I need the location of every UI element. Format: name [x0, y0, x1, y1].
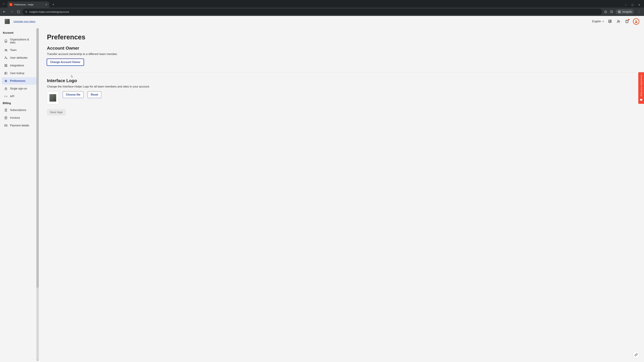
sliders-icon [4, 79, 8, 83]
sidebar-item-sso[interactable]: Single sign-on [2, 85, 37, 92]
svg-rect-18 [5, 40, 7, 42]
svg-point-12 [618, 20, 619, 21]
address-bar[interactable]: insights.hotjar.com/settings/account [22, 9, 602, 15]
credit-card-icon [4, 124, 8, 127]
logo-preview [47, 91, 59, 104]
tab-title: Preferences - Hotjar [14, 3, 44, 6]
sidebar-item-payment-details[interactable]: Payment details [2, 122, 37, 129]
sidebar-item-api[interactable]: API [2, 93, 37, 100]
sidebar-item-label: Preferences [10, 79, 26, 82]
svg-point-16 [627, 22, 627, 22]
svg-point-24 [5, 49, 6, 50]
receipt-icon [4, 108, 8, 112]
choose-file-button[interactable]: Choose file [63, 91, 84, 98]
sidebar-item-integrations[interactable]: Integrations [2, 62, 37, 69]
extensions-icon[interactable] [608, 19, 612, 24]
language-selector[interactable]: English ▼ [592, 20, 604, 23]
svg-point-27 [6, 58, 7, 59]
site-settings-icon[interactable] [25, 10, 28, 13]
sidebar-item-label: Organizations & sites [10, 38, 35, 44]
change-account-owner-button[interactable]: Change Account Owner [47, 59, 84, 65]
chevron-down-icon: ▼ [602, 20, 604, 22]
sidebar-item-label: Subscriptions [10, 109, 26, 112]
sidebar-item-user-attributes[interactable]: User attributes [2, 54, 37, 61]
nav-reload-button[interactable] [16, 9, 22, 15]
svg-point-39 [5, 81, 6, 82]
hotjar-favicon: h [10, 3, 12, 6]
sidebar-item-label: Payment details [10, 124, 29, 127]
sidebar-item-label: Invoices [10, 116, 20, 119]
upgrade-plans-link[interactable]: Upgrade your plans [14, 20, 36, 23]
svg-point-10 [620, 12, 620, 13]
account-owner-heading: Account Owner [47, 45, 636, 51]
svg-rect-23 [6, 41, 6, 42]
incognito-badge[interactable]: Incognito [616, 9, 634, 14]
sidebar-item-organizations[interactable]: Organizations & sites [2, 36, 37, 46]
sidebar-item-label: Team [10, 49, 16, 52]
svg-point-4 [26, 11, 26, 11]
invite-user-icon[interactable] [616, 19, 621, 24]
language-label: English [592, 20, 601, 23]
save-logo-button[interactable]: Save logo [47, 109, 66, 115]
sidebar-item-label: API [10, 95, 14, 98]
window-maximize-icon[interactable]: ▢ [632, 3, 634, 6]
sidebar-item-subscriptions[interactable]: Subscriptions [2, 106, 37, 114]
id-card-icon [4, 71, 8, 75]
browser-menu-icon[interactable]: ⋮ [636, 10, 642, 13]
svg-marker-6 [604, 10, 607, 13]
reset-logo-button[interactable]: Reset [88, 91, 101, 98]
svg-rect-31 [6, 66, 7, 67]
svg-rect-40 [5, 88, 7, 90]
svg-point-9 [618, 12, 619, 13]
building-icon [4, 39, 8, 43]
account-logo-thumb[interactable] [5, 19, 10, 24]
svg-rect-49 [640, 99, 642, 100]
feedback-tab[interactable]: Rate your experience [638, 72, 644, 104]
svg-marker-50 [641, 100, 641, 101]
sidebar-item-label: User lookup [10, 72, 24, 75]
invoice-icon [4, 116, 8, 119]
help-icon[interactable] [624, 19, 629, 24]
mouse-cursor-icon [70, 74, 74, 78]
settings-sidebar: ▴ ▾ Account Organizations & sites Team U… [0, 27, 39, 362]
lock-icon [4, 87, 8, 90]
sidepanel-icon[interactable] [610, 10, 613, 13]
browser-tab[interactable]: h Preferences - Hotjar ✕ [8, 1, 49, 7]
team-icon [4, 48, 8, 52]
account-owner-description: Transfer account ownership to a differen… [47, 52, 636, 56]
new-tab-button[interactable]: + [51, 2, 56, 7]
feedback-label: Rate your experience [640, 75, 642, 96]
sidebar-item-invoices[interactable]: Invoices [2, 114, 37, 121]
nav-forward-button[interactable] [8, 9, 14, 15]
profile-avatar[interactable] [633, 18, 639, 25]
sidebar-scrollbar[interactable]: ▴ ▾ [36, 28, 39, 361]
chat-icon [640, 98, 643, 101]
url-text: insights.hotjar.com/settings/account [29, 10, 69, 13]
close-tab-icon[interactable]: ✕ [45, 3, 47, 6]
notification-dot [628, 19, 630, 20]
sidebar-item-label: Single sign-on [10, 87, 27, 90]
sidebar-item-team[interactable]: Team [2, 46, 37, 54]
user-gear-icon [4, 56, 8, 59]
sidebar-item-user-lookup[interactable]: User lookup [2, 69, 37, 77]
bookmark-icon[interactable] [604, 10, 607, 13]
svg-point-25 [6, 49, 7, 50]
svg-rect-47 [5, 125, 7, 126]
section-divider [47, 72, 636, 72]
sidebar-item-label: Integrations [10, 64, 24, 67]
grid-icon [4, 64, 8, 67]
page-title: Preferences [47, 33, 636, 41]
sidebar-item-label: User attributes [10, 56, 28, 59]
main-content: Preferences Account Owner Transfer accou… [39, 27, 644, 362]
interface-logo-description: Change the Interface Hotjar Logo for all… [47, 85, 636, 88]
nav-back-button[interactable] [1, 9, 8, 15]
sidebar-item-preferences[interactable]: Preferences [2, 77, 37, 85]
tab-search-button[interactable] [0, 0, 8, 7]
svg-rect-29 [6, 64, 7, 65]
window-close-icon[interactable]: ✕ [638, 3, 640, 6]
svg-rect-7 [610, 11, 613, 13]
window-minimize-icon[interactable]: ─ [625, 3, 627, 6]
svg-point-38 [6, 81, 7, 81]
interface-logo-heading: Interface Logo [47, 78, 636, 83]
link-fab[interactable] [632, 351, 640, 358]
